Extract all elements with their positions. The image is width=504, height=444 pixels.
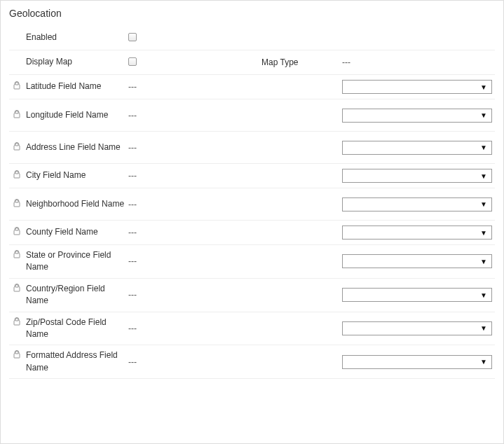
lock-icon bbox=[13, 284, 23, 292]
lock-icon bbox=[13, 81, 23, 90]
field-left-value: --- bbox=[128, 200, 261, 209]
chevron-down-icon: ▼ bbox=[480, 229, 487, 237]
lock-icon bbox=[13, 110, 23, 118]
field-row: Formatted Address Field Name---▼ bbox=[9, 345, 495, 379]
map-type-value: --- bbox=[342, 57, 495, 67]
field-row: Neighborhood Field Name---▼ bbox=[9, 188, 495, 221]
field-label: Latitude Field Name bbox=[26, 81, 101, 92]
field-left-value: --- bbox=[128, 171, 261, 181]
display-map-checkbox[interactable] bbox=[128, 57, 137, 66]
field-label: County Field Name bbox=[26, 226, 98, 238]
field-left-value: --- bbox=[128, 357, 261, 367]
lock-icon bbox=[13, 199, 23, 207]
lock-icon bbox=[13, 350, 23, 359]
field-dropdown[interactable]: ▼ bbox=[342, 355, 492, 369]
enabled-checkbox[interactable] bbox=[128, 33, 137, 41]
field-dropdown[interactable]: ▼ bbox=[342, 141, 492, 155]
chevron-down-icon: ▼ bbox=[480, 358, 487, 366]
chevron-down-icon: ▼ bbox=[480, 172, 487, 180]
chevron-down-icon: ▼ bbox=[480, 111, 487, 119]
chevron-down-icon: ▼ bbox=[480, 83, 487, 91]
chevron-down-icon: ▼ bbox=[480, 258, 487, 265]
field-row: State or Province Field Name---▼ bbox=[9, 245, 495, 279]
field-dropdown[interactable]: ▼ bbox=[342, 80, 492, 94]
field-dropdown[interactable]: ▼ bbox=[342, 109, 492, 123]
field-dropdown[interactable]: ▼ bbox=[342, 254, 492, 268]
field-label: Zip/Postal Code Field Name bbox=[26, 317, 128, 341]
lock-icon bbox=[13, 317, 23, 326]
field-label: State or Province Field Name bbox=[26, 249, 128, 274]
display-map-label: Display Map bbox=[26, 56, 72, 68]
field-label: Neighborhood Field Name bbox=[26, 198, 124, 210]
field-dropdown[interactable]: ▼ bbox=[342, 321, 492, 335]
row-enabled: Enabled bbox=[9, 26, 495, 50]
field-left-value: --- bbox=[128, 82, 261, 92]
field-dropdown[interactable]: ▼ bbox=[342, 288, 492, 302]
field-row: County Field Name---▼ bbox=[9, 221, 495, 245]
lock-icon bbox=[13, 142, 23, 151]
field-row: Zip/Postal Code Field Name---▼ bbox=[9, 312, 495, 346]
enabled-label: Enabled bbox=[26, 32, 57, 43]
field-row: Country/Region Field Name---▼ bbox=[9, 279, 495, 312]
geolocation-panel: Geolocation Enabled Display Map Map Type… bbox=[0, 0, 504, 444]
field-label: Address Line Field Name bbox=[26, 141, 121, 153]
field-row: Address Line Field Name---▼ bbox=[9, 132, 495, 164]
chevron-down-icon: ▼ bbox=[480, 291, 487, 299]
field-left-value: --- bbox=[128, 143, 261, 153]
field-left-value: --- bbox=[128, 290, 261, 300]
field-left-value: --- bbox=[128, 256, 261, 266]
lock-icon bbox=[13, 170, 23, 179]
field-row: City Field Name---▼ bbox=[9, 164, 495, 188]
field-row: Longitude Field Name---▼ bbox=[9, 99, 495, 132]
field-dropdown[interactable]: ▼ bbox=[342, 226, 492, 240]
field-dropdown[interactable]: ▼ bbox=[342, 197, 492, 211]
field-left-value: --- bbox=[128, 111, 261, 120]
chevron-down-icon: ▼ bbox=[480, 200, 487, 208]
field-dropdown[interactable]: ▼ bbox=[342, 169, 492, 183]
field-label: Formatted Address Field Name bbox=[26, 349, 128, 374]
field-left-value: --- bbox=[128, 228, 261, 237]
lock-icon bbox=[13, 250, 23, 258]
field-label: Longitude Field Name bbox=[26, 109, 108, 121]
row-display-map: Display Map Map Type --- bbox=[9, 50, 495, 75]
field-left-value: --- bbox=[128, 324, 261, 333]
section-title: Geolocation bbox=[9, 8, 495, 19]
field-label: Country/Region Field Name bbox=[26, 283, 128, 307]
field-label: City Field Name bbox=[26, 169, 86, 181]
field-row: Latitude Field Name---▼ bbox=[9, 75, 495, 99]
chevron-down-icon: ▼ bbox=[480, 324, 487, 332]
map-type-label: Map Type bbox=[261, 57, 342, 67]
chevron-down-icon: ▼ bbox=[480, 144, 487, 151]
lock-icon bbox=[13, 227, 23, 235]
